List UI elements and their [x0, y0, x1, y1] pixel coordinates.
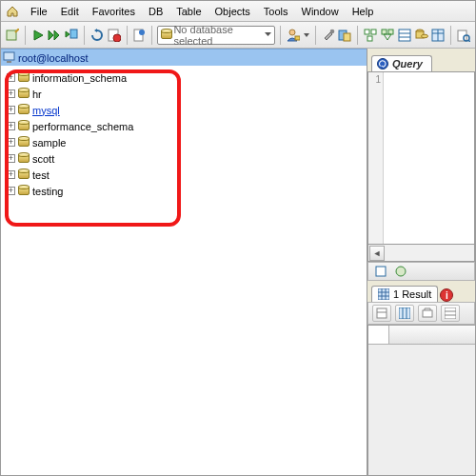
- expand-icon[interactable]: +: [7, 138, 15, 147]
- table-icon-1[interactable]: [397, 27, 412, 44]
- svg-rect-39: [377, 308, 387, 318]
- expand-icon[interactable]: +: [7, 73, 15, 82]
- svg-rect-16: [388, 30, 393, 34]
- result-grid-icon: [378, 288, 389, 300]
- db-item-hr[interactable]: +hr: [5, 86, 363, 102]
- tab-query[interactable]: Query: [371, 55, 432, 71]
- app-window: File Edit Favorites DB Table Objects Too…: [0, 0, 476, 476]
- svg-rect-41: [399, 307, 410, 319]
- db-item-testing[interactable]: +testing: [5, 183, 363, 199]
- db-label: testing: [32, 186, 63, 197]
- svg-point-7: [289, 30, 295, 35]
- tab-result-1[interactable]: 1 Result: [371, 286, 438, 302]
- db-item-test[interactable]: +test: [5, 167, 363, 183]
- db-label: hr: [32, 89, 42, 100]
- svg-rect-17: [399, 30, 410, 41]
- result-btn-4[interactable]: [441, 305, 460, 322]
- editor-hscroll[interactable]: ◄: [367, 245, 475, 262]
- menu-edit[interactable]: Edit: [54, 4, 86, 19]
- svg-rect-14: [367, 36, 372, 41]
- db-label: test: [32, 169, 50, 181]
- db-item-performance_schema[interactable]: +performance_schema: [5, 118, 363, 134]
- database-tree: +information_schema+hr+mysql+performance…: [1, 66, 367, 203]
- database-icon: [18, 185, 30, 197]
- execute-and-edit-icon[interactable]: [64, 27, 79, 44]
- database-icon: [18, 71, 30, 84]
- menu-favorites[interactable]: Favorites: [86, 4, 142, 19]
- messages-tab-icon[interactable]: i: [440, 288, 453, 302]
- right-pane: Query 1 ◄ 1 Result i: [367, 49, 475, 475]
- copy-db-icon[interactable]: [414, 27, 429, 44]
- execute-icon[interactable]: [30, 27, 46, 44]
- sql-editor[interactable]: [384, 72, 474, 244]
- expand-icon[interactable]: +: [7, 187, 15, 195]
- expand-icon[interactable]: +: [7, 154, 15, 163]
- db-label: sample: [32, 137, 66, 149]
- expand-icon[interactable]: +: [7, 170, 15, 179]
- result-grid[interactable]: [367, 325, 475, 475]
- execute-all-icon[interactable]: [47, 27, 62, 44]
- result-btn-3[interactable]: [418, 305, 437, 322]
- expand-icon[interactable]: +: [7, 122, 15, 130]
- expand-icon[interactable]: +: [7, 106, 15, 114]
- connection-root[interactable]: root@localhost: [1, 49, 367, 66]
- svg-rect-29: [4, 52, 14, 60]
- svg-point-4: [113, 34, 121, 42]
- main-body: root@localhost +information_schema+hr+my…: [1, 49, 475, 475]
- svg-rect-13: [371, 30, 376, 34]
- db-label: mysql: [32, 105, 60, 116]
- stop-icon[interactable]: [107, 27, 122, 44]
- menu-tools[interactable]: Tools: [257, 4, 295, 19]
- result-btn-2[interactable]: [395, 305, 414, 322]
- script-icon[interactable]: [131, 27, 147, 44]
- user-manager-icon[interactable]: [286, 27, 301, 44]
- schema-icon-1[interactable]: [363, 27, 378, 44]
- svg-rect-0: [7, 30, 16, 40]
- schema-icon-2[interactable]: [380, 27, 395, 44]
- db-item-mysql[interactable]: +mysql: [5, 102, 363, 118]
- menu-help[interactable]: Help: [346, 4, 381, 19]
- menu-db[interactable]: DB: [142, 4, 169, 19]
- menu-table[interactable]: Table: [169, 4, 208, 19]
- database-icon: [18, 120, 30, 132]
- svg-rect-45: [445, 307, 456, 319]
- find-icon[interactable]: [456, 27, 471, 44]
- tool-icon-2[interactable]: [338, 27, 353, 44]
- menu-objects[interactable]: Objects: [208, 4, 257, 19]
- connection-label: root@localhost: [18, 52, 89, 64]
- home-icon[interactable]: [5, 4, 20, 19]
- result-btn-1[interactable]: [372, 305, 391, 322]
- svg-rect-11: [344, 33, 350, 41]
- ribbon-icon-1[interactable]: [372, 263, 389, 280]
- svg-rect-15: [382, 30, 387, 34]
- svg-rect-34: [378, 288, 389, 300]
- result-toolbar: [367, 302, 475, 325]
- db-item-information_schema[interactable]: +information_schema: [5, 69, 363, 86]
- svg-line-1: [15, 29, 19, 32]
- svg-rect-12: [365, 30, 369, 34]
- row-selector-corner[interactable]: [368, 326, 389, 344]
- monitor-icon: [3, 51, 15, 64]
- db-item-scott[interactable]: +scott: [5, 150, 363, 167]
- menu-window[interactable]: Window: [295, 4, 346, 19]
- new-connection-icon[interactable]: [5, 27, 20, 44]
- scroll-left-icon[interactable]: ◄: [369, 246, 385, 261]
- result-tab-label: 1 Result: [393, 288, 431, 300]
- database-icon: [18, 169, 30, 181]
- table-icon-2[interactable]: [430, 27, 446, 44]
- svg-point-9: [329, 29, 334, 33]
- database-icon: [18, 88, 30, 100]
- menu-file[interactable]: File: [24, 4, 54, 19]
- database-selector[interactable]: No database selected: [157, 26, 275, 45]
- result-tab-bar: 1 Result i: [367, 281, 475, 302]
- tool-icon-1[interactable]: [321, 27, 336, 44]
- expand-icon[interactable]: +: [7, 89, 15, 98]
- chevron-down-icon[interactable]: [303, 29, 310, 42]
- svg-point-33: [396, 267, 406, 276]
- database-icon: [18, 104, 30, 116]
- svg-point-6: [139, 30, 145, 35]
- db-item-sample[interactable]: +sample: [5, 134, 363, 150]
- ribbon-icon-2[interactable]: [392, 263, 409, 280]
- refresh-icon[interactable]: [89, 27, 105, 44]
- svg-rect-2: [70, 30, 77, 38]
